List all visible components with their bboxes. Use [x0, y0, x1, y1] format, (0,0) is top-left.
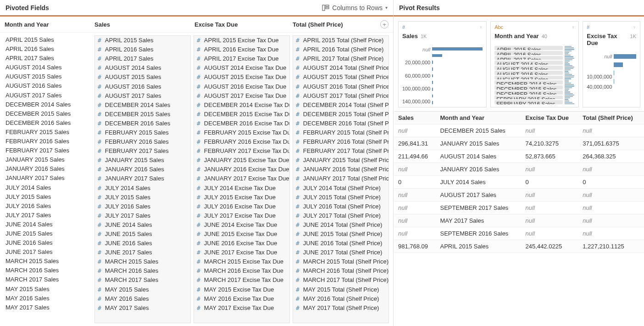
field-item[interactable]: #MARCH 2016 Total (Shelf Price) — [293, 266, 389, 275]
field-item[interactable]: #MARCH 2015 Excise Tax Due — [194, 257, 289, 266]
field-item[interactable]: #MAY 2017 Excise Tax Due — [194, 304, 289, 313]
field-item[interactable]: #JULY 2016 Total (Shelf Price) — [293, 202, 389, 211]
table-row[interactable]: nullSEPTEMBER 2017 Salesnullnull — [394, 202, 644, 214]
table-row[interactable]: nullSEPTEMBER 2016 Salesnullnull — [394, 227, 644, 240]
field-item[interactable]: #JULY 2017 Excise Tax Due — [194, 211, 289, 220]
field-item[interactable]: #AUGUST 2015 Excise Tax Due — [194, 73, 289, 82]
field-item[interactable]: #JUNE 2016 Total (Shelf Price) — [293, 239, 389, 248]
field-item[interactable]: #JANUARY 2015 Sales — [95, 156, 190, 165]
field-item[interactable]: #MARCH 2016 Sales — [95, 266, 190, 275]
table-header[interactable]: Excise Tax Due — [522, 112, 579, 124]
field-item[interactable]: #AUGUST 2015 Sales — [95, 73, 190, 82]
field-item[interactable]: FEBRUARY 2015 Sales — [5, 128, 92, 137]
field-item[interactable]: #APRIL 2016 Excise Tax Due — [194, 45, 289, 54]
columns-to-rows-button[interactable]: Columns to Rows ▾ — [322, 4, 388, 11]
field-item[interactable]: JANUARY 2017 Sales — [5, 174, 92, 183]
field-item[interactable]: MARCH 2015 Sales — [5, 257, 92, 266]
field-item[interactable]: #AUGUST 2014 Total (Shelf Price) — [293, 63, 389, 73]
lightbulb-icon[interactable]: ♀ — [479, 24, 483, 30]
profile-card-excise-tax-due[interactable]: #♀Excise Tax Due1Knull10,000,00040,000,0… — [583, 21, 640, 107]
field-item[interactable]: #AUGUST 2016 Sales — [95, 82, 190, 91]
field-item[interactable]: #JUNE 2016 Excise Tax Due — [194, 239, 289, 248]
field-item[interactable]: #MAY 2016 Sales — [95, 294, 190, 304]
field-item[interactable]: #JULY 2015 Total (Shelf Price) — [293, 193, 389, 202]
field-item[interactable]: #FEBRUARY 2015 Sales — [95, 128, 190, 137]
field-item[interactable]: #APRIL 2015 Excise Tax Due — [194, 36, 289, 45]
value-tag[interactable]: APRIL 2016 Sales — [494, 51, 563, 55]
field-item[interactable]: #JULY 2016 Excise Tax Due — [194, 202, 289, 211]
field-item[interactable]: #MAY 2017 Sales — [95, 304, 190, 313]
table-row[interactable]: 296,841.31JANUARY 2015 Sales74,210.32753… — [394, 137, 644, 150]
field-item[interactable]: #AUGUST 2017 Excise Tax Due — [194, 91, 289, 101]
field-item[interactable]: MAY 2017 Sales — [5, 303, 92, 312]
field-item[interactable]: #APRIL 2017 Excise Tax Due — [194, 54, 289, 63]
field-item[interactable]: #JULY 2016 Sales — [95, 202, 190, 211]
field-item[interactable]: #JULY 2015 Sales — [95, 193, 190, 202]
field-item[interactable]: #JUNE 2016 Sales — [95, 239, 190, 248]
add-column-button[interactable]: + — [380, 20, 389, 28]
field-item[interactable]: #JUNE 2017 Excise Tax Due — [194, 248, 289, 257]
field-item[interactable]: #JULY 2014 Total (Shelf Price) — [293, 184, 389, 193]
field-item[interactable]: #DECEMBER 2016 Excise Tax Due — [194, 119, 289, 128]
field-item[interactable]: #JULY 2015 Excise Tax Due — [194, 193, 289, 202]
field-item[interactable]: #JUNE 2014 Sales — [95, 220, 190, 230]
field-item[interactable]: #MAY 2015 Sales — [95, 285, 190, 294]
lightbulb-icon[interactable]: ♀ — [571, 24, 575, 30]
value-tag[interactable]: DECEMBER 2015 Sales — [494, 85, 563, 90]
field-item[interactable]: #FEBRUARY 2017 Excise Tax Due — [194, 146, 289, 156]
field-item[interactable]: JUNE 2016 Sales — [5, 238, 92, 247]
field-item[interactable]: JULY 2015 Sales — [5, 192, 92, 202]
field-item[interactable]: #MARCH 2016 Excise Tax Due — [194, 266, 289, 275]
field-item[interactable]: #MARCH 2015 Total (Shelf Price) — [293, 257, 389, 266]
field-item[interactable]: #AUGUST 2014 Excise Tax Due — [194, 63, 289, 73]
field-item[interactable]: #JULY 2017 Sales — [95, 211, 190, 220]
value-tag[interactable]: DECEMBER 2016 Sales — [494, 90, 563, 95]
field-item[interactable]: JUNE 2015 Sales — [5, 229, 92, 238]
field-item[interactable]: JANUARY 2015 Sales — [5, 155, 92, 164]
field-list-0[interactable]: APRIL 2015 SalesAPRIL 2016 SalesAPRIL 20… — [5, 35, 92, 323]
field-item[interactable]: #AUGUST 2016 Total (Shelf Price) — [293, 82, 389, 91]
value-tag[interactable]: APRIL 2017 Sales — [494, 56, 563, 60]
value-tag[interactable]: AUGUST 2017 Sales — [494, 76, 563, 80]
field-list-1[interactable]: #APRIL 2015 Sales#APRIL 2016 Sales#APRIL… — [94, 35, 191, 323]
field-item[interactable]: #FEBRUARY 2017 Total (Shelf Price) — [293, 146, 389, 156]
field-item[interactable]: #JUNE 2014 Excise Tax Due — [194, 220, 289, 230]
field-item[interactable]: MARCH 2017 Sales — [5, 275, 92, 284]
field-item[interactable]: DECEMBER 2015 Sales — [5, 109, 92, 118]
col-header-total[interactable]: Total (Shelf Price) — [293, 21, 380, 28]
field-item[interactable]: APRIL 2016 Sales — [5, 45, 92, 54]
profile-card-sales[interactable]: #♀Sales1Knull20,000,00060,000,000100,000… — [398, 21, 487, 107]
field-item[interactable]: MAY 2015 Sales — [5, 285, 92, 294]
field-item[interactable]: #FEBRUARY 2015 Total (Shelf Price) — [293, 128, 389, 137]
field-item[interactable]: #APRIL 2017 Sales — [95, 54, 190, 63]
field-item[interactable]: MAY 2016 Sales — [5, 294, 92, 303]
field-item[interactable]: #JANUARY 2015 Total (Shelf Price) — [293, 156, 389, 165]
col-header-excise[interactable]: Excise Tax Due — [194, 21, 293, 28]
table-row[interactable]: nullAUGUST 2017 Salesnullnull — [394, 189, 644, 202]
field-item[interactable]: JULY 2017 Sales — [5, 211, 92, 220]
field-item[interactable]: DECEMBER 2016 Sales — [5, 118, 92, 128]
field-item[interactable]: JULY 2014 Sales — [5, 183, 92, 192]
field-item[interactable]: #AUGUST 2016 Excise Tax Due — [194, 82, 289, 91]
field-item[interactable]: AUGUST 2015 Sales — [5, 72, 92, 81]
field-item[interactable]: #APRIL 2015 Sales — [95, 36, 190, 45]
field-item[interactable]: #MARCH 2015 Sales — [95, 257, 190, 266]
field-item[interactable]: #AUGUST 2014 Sales — [95, 63, 190, 73]
field-item[interactable]: #APRIL 2016 Total (Shelf Price) — [293, 45, 389, 54]
table-row[interactable]: nullDECEMBER 2015 Salesnullnull — [394, 124, 644, 137]
field-item[interactable]: #JULY 2014 Excise Tax Due — [194, 184, 289, 193]
field-item[interactable]: #MAY 2016 Total (Shelf Price) — [293, 294, 389, 304]
field-item[interactable]: #APRIL 2017 Total (Shelf Price) — [293, 54, 389, 63]
field-item[interactable]: #JUNE 2015 Total (Shelf Price) — [293, 230, 389, 239]
field-item[interactable]: MARCH 2016 Sales — [5, 266, 92, 275]
col-header-sales[interactable]: Sales — [94, 21, 194, 28]
table-row[interactable]: nullJANUARY 2016 Salesnullnull — [394, 163, 644, 176]
field-item[interactable]: AUGUST 2016 Sales — [5, 81, 92, 90]
value-tag[interactable]: AUGUST 2015 Sales — [494, 66, 563, 70]
field-item[interactable]: #JULY 2017 Total (Shelf Price) — [293, 211, 389, 220]
field-item[interactable]: #MARCH 2017 Total (Shelf Price) — [293, 275, 389, 285]
field-item[interactable]: #JANUARY 2016 Total (Shelf Price) — [293, 165, 389, 174]
field-item[interactable]: #MAY 2016 Excise Tax Due — [194, 294, 289, 304]
field-item[interactable]: AUGUST 2017 Sales — [5, 91, 92, 100]
field-item[interactable]: JUNE 2017 Sales — [5, 247, 92, 257]
